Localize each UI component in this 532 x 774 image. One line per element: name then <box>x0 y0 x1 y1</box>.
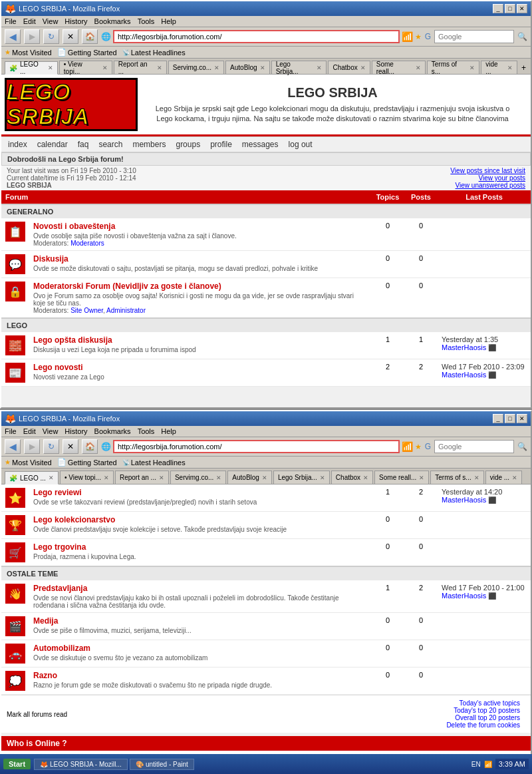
tab-chatbox[interactable]: Chatbox ✕ <box>328 61 370 74</box>
menu-edit[interactable]: Edit <box>23 17 36 25</box>
url-input-1[interactable] <box>113 30 400 43</box>
nav-search[interactable]: search <box>98 140 122 149</box>
tab-reportan[interactable]: Report an ... ✕ <box>114 61 167 74</box>
tab-lego-close[interactable]: ✕ <box>48 65 53 71</box>
maximize-btn-1[interactable]: □ <box>505 4 515 13</box>
forum-title-predstavljanja[interactable]: Predstavljanja <box>33 584 367 593</box>
tab2-viewtopi[interactable]: • View topi... ✕ <box>60 471 114 484</box>
forum-title-diskusija[interactable]: Diskusija <box>33 254 367 264</box>
rss-icon-1[interactable]: 📶 <box>402 31 413 42</box>
close-btn-1[interactable]: ✕ <box>517 4 527 13</box>
nav-members[interactable]: members <box>132 140 166 149</box>
tab2-chatbox-close[interactable]: ✕ <box>363 475 368 481</box>
star-icon-1[interactable]: ★ <box>415 33 422 41</box>
forum-title-legonews[interactable]: Lego novosti <box>33 363 367 372</box>
tab2-lego[interactable]: 🧩 LEGO ... ✕ <box>5 471 59 484</box>
tab2-vide-close[interactable]: ✕ <box>512 475 517 481</box>
new-tab-btn-1[interactable]: + <box>520 62 527 74</box>
tab2-reportan[interactable]: Report an ... ✕ <box>115 471 169 484</box>
footer-top-posters-today[interactable]: Today's top 20 posters <box>454 707 520 714</box>
mark-all-read[interactable]: Mark all forums read <box>7 711 67 718</box>
url-input-2[interactable] <box>113 440 400 453</box>
lastpost-user-opsta[interactable]: MasterHaosis <box>442 343 486 351</box>
forum-title-mod[interactable]: Moderatorski Forum (Nevidljiv za goste i… <box>33 282 367 291</box>
tab-terms[interactable]: Terms of s... ✕ <box>427 61 479 74</box>
footer-delete-cookies[interactable]: Delete the forum cookies <box>446 721 520 729</box>
forum-title-trgovina[interactable]: Lego trgovina <box>33 542 367 552</box>
stop-btn-2[interactable]: ✕ <box>63 439 78 454</box>
forum-title-opsta[interactable]: Lego opšta diskusija <box>33 335 367 345</box>
back-btn-1[interactable]: ◀ <box>5 29 21 44</box>
start-button[interactable]: Start <box>3 759 31 769</box>
tab2-chatbox[interactable]: Chatbox ✕ <box>331 471 373 484</box>
tab-vide-close[interactable]: ✕ <box>507 65 513 71</box>
menu2-help[interactable]: Help <box>161 427 176 435</box>
tab2-servimg[interactable]: Servimg.co... ✕ <box>170 471 226 484</box>
nav-calendar[interactable]: calendar <box>37 140 68 149</box>
bookmark-latest-headlines[interactable]: 📡 Latest Headlines <box>122 49 186 57</box>
forum-title-novosti[interactable]: Novosti i obaveštenja <box>33 222 367 231</box>
tab-autoblog[interactable]: AutoBlog ✕ <box>225 61 270 74</box>
bookmark-getting-started[interactable]: 📄 Getting Started <box>57 48 117 57</box>
tab2-terms-close[interactable]: ✕ <box>474 475 479 481</box>
tab2-reportan-close[interactable]: ✕ <box>159 475 164 481</box>
menu-tools[interactable]: Tools <box>138 17 155 25</box>
view-posts-since-link[interactable]: View posts since last visit <box>450 167 525 174</box>
search-input-1[interactable] <box>434 30 514 43</box>
tab-autoblog-close[interactable]: ✕ <box>260 65 265 71</box>
tab-somereally-close[interactable]: ✕ <box>416 65 421 71</box>
rss-icon-2[interactable]: 📶 <box>402 441 413 452</box>
menu-history[interactable]: History <box>65 17 87 25</box>
minimize-btn-2[interactable]: _ <box>493 414 503 423</box>
view-unanswered-link[interactable]: View unanswered posts <box>456 182 525 189</box>
home-btn-2[interactable]: 🏠 <box>82 439 98 454</box>
forum-title-medija[interactable]: Medija <box>33 616 367 626</box>
tab2-viewtopi-close[interactable]: ✕ <box>104 475 109 481</box>
nav-profile[interactable]: profile <box>210 140 232 149</box>
search-go-btn-1[interactable]: 🔍 <box>517 32 527 41</box>
lastpost-user-legonews[interactable]: MasterHaosis <box>442 371 486 379</box>
nav-logout[interactable]: log out <box>289 140 313 149</box>
forum-title-auto[interactable]: Automobilizam <box>33 644 367 653</box>
forum-title-reviewi[interactable]: Lego reviewi <box>33 488 367 497</box>
menu2-edit[interactable]: Edit <box>23 427 36 435</box>
tab2-servimg-close[interactable]: ✕ <box>216 475 221 481</box>
search-go-btn-2[interactable]: 🔍 <box>517 442 527 451</box>
forward-btn-2[interactable]: ▶ <box>24 439 40 454</box>
menu-help[interactable]: Help <box>161 17 176 25</box>
bookmark2-latest-headlines[interactable]: 📡 Latest Headlines <box>122 459 186 467</box>
tab-lego[interactable]: 🧩 LEGO ... ✕ <box>5 61 58 75</box>
taskbar-item-firefox[interactable]: 🦊 LEGO SRBIJA - Mozill... <box>34 759 128 770</box>
tab-chatbox-close[interactable]: ✕ <box>360 65 366 71</box>
footer-active-topics[interactable]: Today's active topics <box>460 699 520 707</box>
footer-top-posters-overall[interactable]: Overall top 20 posters <box>455 714 520 721</box>
taskbar-item-paint[interactable]: 🎨 untitled - Paint <box>130 759 194 770</box>
tab2-terms[interactable]: Terms of s... ✕ <box>430 471 483 484</box>
back-btn-2[interactable]: ◀ <box>5 439 21 454</box>
minimize-btn-1[interactable]: _ <box>493 4 503 13</box>
nav-faq[interactable]: faq <box>78 140 89 149</box>
bookmark2-most-visited[interactable]: ★ Most Visited <box>5 459 52 467</box>
tab2-autoblog-close[interactable]: ✕ <box>262 475 267 481</box>
reload-btn-1[interactable]: ↻ <box>43 29 59 44</box>
menu-bookmarks[interactable]: Bookmarks <box>94 17 131 25</box>
tab2-autoblog[interactable]: AutoBlog ✕ <box>227 471 272 484</box>
menu-view[interactable]: View <box>43 17 59 25</box>
menu2-tools[interactable]: Tools <box>138 427 155 435</box>
tab-reportan-close[interactable]: ✕ <box>157 65 162 71</box>
menu2-history[interactable]: History <box>65 427 87 435</box>
lastpost-user-reviewi[interactable]: MasterHaosis <box>442 496 486 504</box>
tab-legosrbija[interactable]: Lego Srbija... ✕ <box>271 61 327 74</box>
tab-viewtopi-close[interactable]: ✕ <box>102 65 108 71</box>
home-btn-1[interactable]: 🏠 <box>82 29 98 44</box>
mod-link-novosti[interactable]: Moderators <box>70 240 104 247</box>
forum-title-kolekcionarstvo[interactable]: Lego kolekcionarstvo <box>33 515 367 524</box>
tab-servimg[interactable]: Servimg.co... ✕ <box>168 61 224 74</box>
tab2-vide[interactable]: vide ... ✕ <box>485 471 522 484</box>
tab-viewtopi[interactable]: • View topi... ✕ <box>59 61 112 74</box>
tab-somereally[interactable]: Some reall... ✕ <box>372 61 426 74</box>
bookmark-most-visited[interactable]: ★ Most Visited <box>5 49 52 57</box>
maximize-btn-2[interactable]: □ <box>505 414 515 423</box>
tab-legosrbija-close[interactable]: ✕ <box>317 65 322 71</box>
mod-link-siteowner[interactable]: Site Owner <box>70 307 103 314</box>
